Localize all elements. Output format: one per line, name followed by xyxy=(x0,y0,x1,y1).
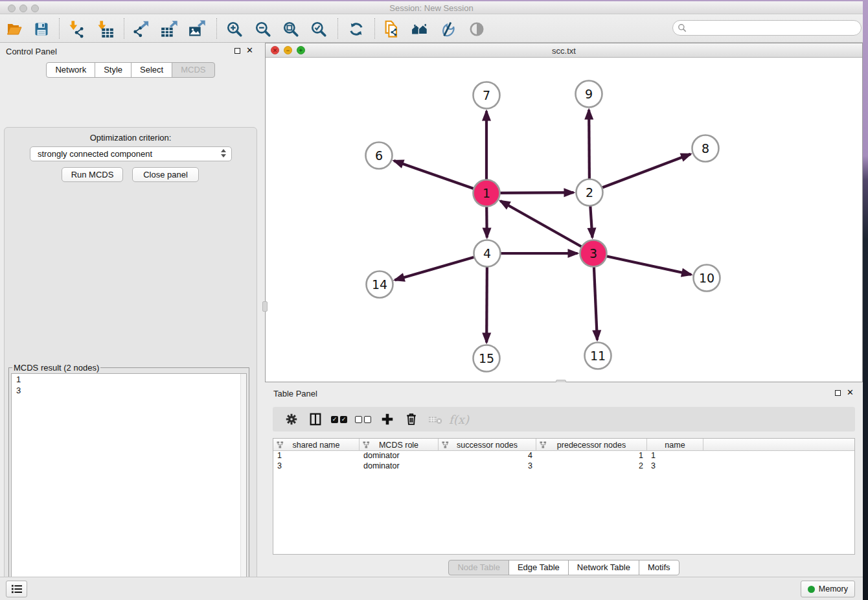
float-panel-icon[interactable] xyxy=(835,390,841,396)
result-node: 3 xyxy=(12,385,246,396)
cell-predecessor-nodes[interactable]: 2 xyxy=(536,461,647,472)
window-titlebar: Session: New Session xyxy=(0,0,863,14)
tab-motifs[interactable]: Motifs xyxy=(639,560,680,575)
criterion-dropdown-value: strongly connected component xyxy=(38,149,152,159)
main-toolbar xyxy=(0,14,863,43)
graph-node-label: 4 xyxy=(483,246,491,260)
zoom-in-icon[interactable] xyxy=(225,19,244,39)
toolbar-separator xyxy=(59,18,60,39)
cell-successor-nodes[interactable]: 3 xyxy=(439,461,536,472)
column-browser-icon[interactable] xyxy=(303,412,327,426)
column-header-name[interactable]: name xyxy=(647,439,703,451)
table-row[interactable]: 3 dominator 3 2 3 xyxy=(273,461,854,472)
graph-node-label: 2 xyxy=(586,185,593,200)
delete-table-icon[interactable] xyxy=(423,412,447,426)
application-window: Session: New Session xyxy=(0,0,868,600)
cell-name[interactable]: 1 xyxy=(647,451,703,461)
dropdown-stepper-icon xyxy=(220,149,227,157)
zoom-fit-icon[interactable] xyxy=(281,19,301,39)
memory-button[interactable]: Memory xyxy=(801,581,855,597)
task-history-button[interactable] xyxy=(6,581,27,597)
cell-name[interactable]: 3 xyxy=(647,461,703,472)
network-window-title: scc.txt xyxy=(266,46,862,56)
cell-shared-name[interactable]: 3 xyxy=(273,461,360,472)
graph-edge-3-1[interactable] xyxy=(500,201,593,253)
cell-shared-name[interactable]: 1 xyxy=(273,451,360,461)
duplicate-network-icon[interactable] xyxy=(382,19,402,39)
zoom-out-icon[interactable] xyxy=(253,19,273,39)
deselect-all-checkboxes-icon[interactable] xyxy=(351,416,375,423)
delete-column-icon[interactable] xyxy=(399,412,423,426)
tab-edge-table[interactable]: Edge Table xyxy=(508,560,569,575)
export-network-icon[interactable] xyxy=(131,19,151,39)
tab-network-table[interactable]: Network Table xyxy=(568,560,639,575)
column-settings-gear-icon[interactable] xyxy=(279,412,303,426)
table-row[interactable]: 1 dominator 4 1 1 xyxy=(273,451,854,461)
tab-style[interactable]: Style xyxy=(95,62,131,78)
table-panel-title: Table Panel xyxy=(273,389,317,398)
export-image-icon[interactable] xyxy=(188,19,207,39)
zoom-selected-icon[interactable] xyxy=(309,19,328,39)
graph-node-label: 8 xyxy=(702,141,709,156)
close-panel-button[interactable]: Close panel xyxy=(132,167,199,182)
search-input[interactable] xyxy=(687,22,861,34)
search-box[interactable] xyxy=(672,20,862,36)
float-panel-icon[interactable] xyxy=(234,48,240,54)
control-panel-header: Control Panel ✕ xyxy=(0,43,261,60)
refresh-view-icon[interactable] xyxy=(347,19,366,39)
hierarchy-icon xyxy=(363,441,370,448)
toolbar-separator xyxy=(374,18,375,39)
function-builder-icon[interactable]: f(x) xyxy=(447,413,471,426)
close-panel-icon[interactable]: ✕ xyxy=(847,389,854,396)
graph-node-label: 14 xyxy=(372,277,387,292)
tab-network[interactable]: Network xyxy=(46,62,95,78)
status-bar: Memory xyxy=(0,577,863,600)
graph-node-label: 7 xyxy=(483,88,490,102)
eye-icon[interactable] xyxy=(467,19,486,39)
network-window-titlebar[interactable]: ✕ − + scc.txt xyxy=(266,43,862,58)
graph-edge-3-10[interactable] xyxy=(593,253,691,275)
tab-mcds[interactable]: MCDS xyxy=(172,62,214,78)
table-tabs: Node Table Edge Table Network Table Moti… xyxy=(265,560,863,575)
home-icon[interactable] xyxy=(410,19,429,39)
cell-successor-nodes[interactable]: 4 xyxy=(439,451,536,461)
cell-mcds-role[interactable]: dominator xyxy=(360,461,439,472)
cell-mcds-role[interactable]: dominator xyxy=(360,451,439,461)
vertical-splitter-grip[interactable] xyxy=(262,301,268,312)
toolbar-separator xyxy=(337,18,338,39)
column-header-mcds-role[interactable]: MCDS role xyxy=(360,439,439,451)
export-table-icon[interactable] xyxy=(160,19,179,39)
paint-style-icon[interactable] xyxy=(438,19,457,39)
column-header-successor-nodes[interactable]: successor nodes xyxy=(439,439,536,451)
add-column-icon[interactable] xyxy=(375,412,399,426)
hierarchy-icon xyxy=(442,441,449,448)
open-session-icon[interactable] xyxy=(5,19,24,39)
table-panel-header: Table Panel ✕ xyxy=(265,382,863,402)
node-table: shared name MCDS role successor nodes pr… xyxy=(273,438,855,555)
graph-edge-1-6[interactable] xyxy=(394,161,486,193)
memory-label: Memory xyxy=(819,584,848,594)
search-icon xyxy=(678,23,687,32)
mcds-result-list[interactable]: 1 3 xyxy=(11,373,247,599)
column-header-shared-name[interactable]: shared name xyxy=(273,439,360,451)
graph-edge-2-8[interactable] xyxy=(589,154,691,192)
tab-select[interactable]: Select xyxy=(131,62,172,78)
control-panel: Control Panel ✕ Network Style Select MCD… xyxy=(0,43,261,577)
network-canvas[interactable]: 7968124314101511 xyxy=(266,58,862,382)
toolbar-separator xyxy=(124,18,124,39)
criterion-dropdown[interactable]: strongly connected component xyxy=(30,146,232,161)
import-table-icon[interactable] xyxy=(95,19,115,39)
cell-predecessor-nodes[interactable]: 1 xyxy=(536,451,647,461)
import-network-icon[interactable] xyxy=(67,19,86,39)
save-session-icon[interactable] xyxy=(32,19,51,39)
tab-node-table[interactable]: Node Table xyxy=(448,560,509,575)
select-all-checkboxes-icon[interactable]: ✓✓ xyxy=(327,416,351,423)
graph-edge-4-14[interactable] xyxy=(395,253,487,280)
desktop-wallpaper xyxy=(863,0,868,600)
result-scrollbar[interactable] xyxy=(240,374,246,598)
run-mcds-button[interactable]: Run MCDS xyxy=(62,167,123,182)
mcds-result-group: MCDS result (2 nodes) 1 3 xyxy=(8,363,249,600)
close-panel-icon[interactable]: ✕ xyxy=(246,47,253,54)
column-header-predecessor-nodes[interactable]: predecessor nodes xyxy=(536,439,647,451)
graph-node-label: 6 xyxy=(375,148,383,163)
